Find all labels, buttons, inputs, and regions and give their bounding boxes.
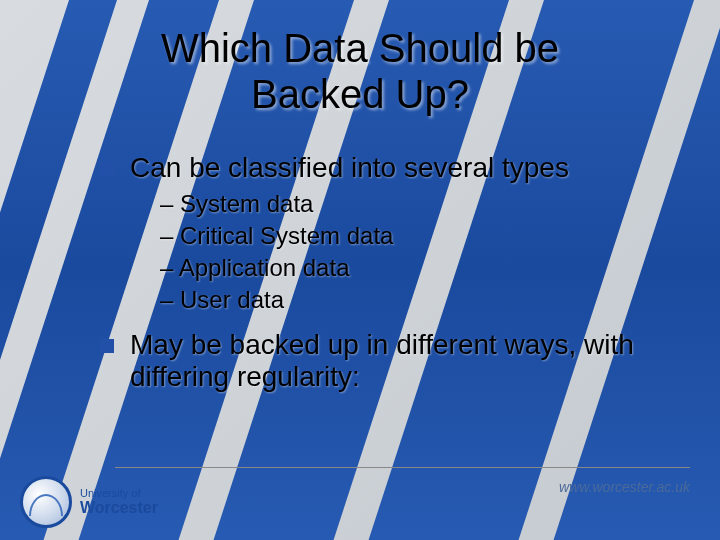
slide-title: Which Data Should be Backed Up? bbox=[60, 25, 660, 117]
bullet-1-text: Can be classified into several types bbox=[130, 152, 569, 183]
logo-university-of: University of bbox=[80, 487, 158, 499]
logo-text: University of Worcester bbox=[80, 487, 158, 517]
title-line-1: Which Data Should be bbox=[161, 26, 559, 70]
footer-divider bbox=[115, 467, 690, 468]
logo-icon bbox=[20, 476, 72, 528]
bullet-1: Can be classified into several types – S… bbox=[100, 152, 660, 314]
sub-bullet-1: – System data bbox=[160, 190, 660, 218]
footer-url: www.worcester.ac.uk bbox=[559, 479, 690, 495]
bullet-2: May be backed up in different ways, with… bbox=[100, 329, 660, 393]
bullet-2-text: May be backed up in different ways, with… bbox=[130, 329, 634, 392]
sub-bullet-2: – Critical System data bbox=[160, 222, 660, 250]
slide-content: Which Data Should be Backed Up? Can be c… bbox=[0, 0, 720, 393]
sub-bullet-list: – System data – Critical System data – A… bbox=[130, 190, 660, 314]
university-logo: University of Worcester bbox=[20, 476, 158, 528]
sub-bullet-3: – Application data bbox=[160, 254, 660, 282]
bullet-list: Can be classified into several types – S… bbox=[60, 152, 660, 393]
title-line-2: Backed Up? bbox=[251, 72, 469, 116]
slide-footer: University of Worcester www.worcester.ac… bbox=[0, 455, 720, 540]
logo-worcester: Worcester bbox=[80, 499, 158, 517]
sub-bullet-4: – User data bbox=[160, 286, 660, 314]
